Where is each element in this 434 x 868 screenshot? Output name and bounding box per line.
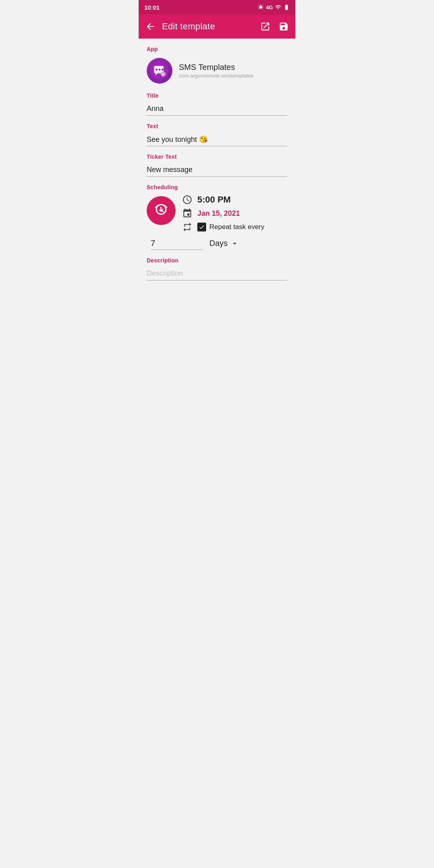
- schedule-repeat-row: Repeat task every: [182, 222, 287, 232]
- repeat-interval-row: Days: [151, 237, 287, 250]
- network-label: 4G: [266, 4, 273, 10]
- title-field-wrap: [147, 103, 287, 116]
- text-input[interactable]: [147, 133, 287, 146]
- calendar-icon: [182, 208, 192, 219]
- app-row: SMS Templates com.argonremote.smstemplat…: [147, 56, 287, 85]
- svg-point-4: [162, 69, 164, 71]
- app-name: SMS Templates: [179, 63, 254, 72]
- back-button[interactable]: [145, 21, 156, 32]
- alarm-status-icon: [258, 4, 264, 10]
- text-field-wrap: [147, 133, 287, 146]
- repeat-checkbox[interactable]: [197, 223, 206, 231]
- schedule-date-value: Jan 15, 2021: [197, 209, 240, 218]
- interval-unit-select[interactable]: Days: [209, 237, 239, 250]
- schedule-date-row[interactable]: Jan 15, 2021: [182, 208, 287, 219]
- alarm-circle[interactable]: [147, 196, 176, 225]
- alarm-circle-icon: [154, 203, 168, 218]
- schedule-time-value: 5:00 PM: [197, 194, 231, 205]
- checkmark-icon: [199, 224, 205, 230]
- app-bar: Edit template: [139, 14, 295, 39]
- repeat-label: Repeat task every: [209, 223, 264, 231]
- page-title: Edit template: [162, 21, 254, 32]
- ticker-section-label: Ticker Text: [147, 154, 287, 160]
- schedule-details: 5:00 PM Jan 15, 2021: [182, 194, 287, 232]
- dropdown-arrow-icon: [230, 239, 239, 248]
- interval-unit-label: Days: [209, 239, 228, 248]
- repeat-checkbox-wrap[interactable]: Repeat task every: [197, 223, 264, 231]
- status-time: 10:01: [144, 4, 160, 11]
- battery-icon: [283, 4, 290, 10]
- export-button[interactable]: [260, 21, 270, 32]
- signal-icon: [275, 4, 281, 10]
- ticker-field-wrap: [147, 164, 287, 177]
- schedule-time-row[interactable]: 5:00 PM: [182, 194, 287, 205]
- main-content: App SMS Templates com.argonremote.smstem…: [139, 39, 295, 290]
- scheduling-section-label: Scheduling: [147, 184, 287, 190]
- title-input[interactable]: [147, 103, 287, 116]
- status-bar: 10:01 4G: [139, 0, 295, 14]
- status-icons: 4G: [258, 4, 290, 10]
- app-package: com.argonremote.smstemplates: [179, 73, 254, 79]
- app-section-label: App: [147, 46, 287, 52]
- sms-icon-svg: [151, 62, 168, 80]
- title-section-label: Title: [147, 92, 287, 99]
- app-icon: [147, 58, 172, 84]
- repeat-icon: [182, 222, 192, 232]
- description-section-label: Description: [147, 257, 287, 264]
- scheduling-block: 5:00 PM Jan 15, 2021: [147, 194, 287, 232]
- description-field-wrap: [147, 268, 287, 280]
- svg-point-2: [156, 69, 158, 71]
- clock-icon: [182, 194, 192, 205]
- save-button[interactable]: [278, 21, 289, 32]
- interval-input[interactable]: [151, 237, 203, 250]
- svg-point-3: [159, 69, 161, 71]
- description-input[interactable]: [147, 268, 287, 280]
- text-section-label: Text: [147, 123, 287, 129]
- ticker-input[interactable]: [147, 164, 287, 177]
- app-info: SMS Templates com.argonremote.smstemplat…: [179, 63, 254, 79]
- appbar-icons: [260, 21, 289, 32]
